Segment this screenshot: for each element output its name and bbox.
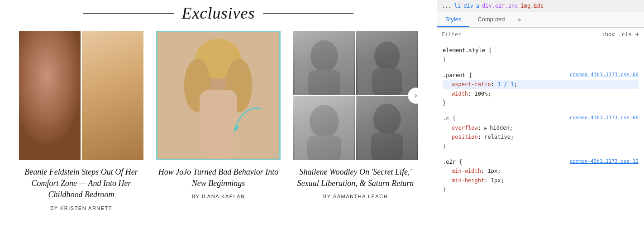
- tab-styles[interactable]: Styles: [437, 12, 469, 27]
- grid-cell-1: [293, 31, 355, 95]
- byline-prefix-1: BY: [50, 205, 60, 211]
- svg-rect-11: [372, 68, 402, 95]
- article-double-image: [19, 31, 143, 160]
- css-val-width: 100%: [475, 91, 488, 97]
- section-title: Exclusives: [182, 4, 255, 23]
- breadcrumb-li[interactable]: li: [454, 3, 461, 9]
- css-prop-overflow-row: overflow: ▶ hidden;: [443, 123, 639, 132]
- tab-more[interactable]: »: [513, 12, 525, 27]
- css-val-aspect-ratio: 1 / 1: [497, 81, 514, 88]
- css-prop-aspect-ratio: aspect-ratio: [443, 81, 491, 88]
- css-prop-min-height-row: min-height: 1px;: [443, 176, 639, 185]
- css-block-parent: .parent { common-43b1…1173.css:66 aspect…: [437, 69, 644, 110]
- image-face-right: [82, 31, 143, 160]
- article-byline-1: BY KRISTEN ARNETT: [50, 205, 112, 211]
- breadcrumb-ellipsis: ...: [442, 3, 452, 9]
- css-prop-overflow: overflow: [443, 125, 478, 131]
- grid-cell-4: [356, 96, 418, 161]
- css-prop-width: width: [443, 91, 468, 97]
- byline-prefix-2: BY: [192, 194, 202, 199]
- css-val-min-height: 1px: [491, 177, 501, 184]
- filter-add[interactable]: +: [635, 30, 639, 39]
- article-title-1[interactable]: Beanie Feldstein Steps Out Of Her Comfor…: [19, 166, 143, 201]
- byline-author-2: ILANA KAPLAN: [202, 194, 245, 199]
- devtools-tabs: Styles Computed »: [437, 12, 644, 28]
- svg-point-10: [374, 41, 400, 71]
- article-byline-3: BY SAMANTHA LEACH: [323, 194, 388, 199]
- breadcrumb-div-ezr[interactable]: div.eZr.znc: [482, 3, 518, 9]
- css-prop-min-width-row: min-width: 1px;: [443, 166, 639, 176]
- svg-rect-6: [295, 31, 354, 95]
- css-close-c: }: [443, 142, 639, 151]
- articles-row: Beanie Feldstein Steps Out Of Her Comfor…: [9, 31, 428, 211]
- svg-rect-8: [308, 70, 340, 95]
- devtools-css-content: element.style { } .parent { common-43b1……: [437, 41, 644, 239]
- css-val-overflow: hidden: [490, 125, 509, 131]
- devtools-panel: ... li div a div.eZr.znc img.Eds Styles …: [437, 0, 644, 239]
- css-prop-min-width: min-width: [443, 168, 481, 174]
- article-card-3: › Shailene Woodley On 'Secret Life,' Sex…: [293, 31, 418, 211]
- css-selector-parent-row: .parent { common-43b1…1173.css:66: [443, 71, 639, 80]
- article-image-left: [19, 31, 81, 160]
- css-arrow-overflow[interactable]: ▶: [484, 126, 490, 131]
- filter-input[interactable]: [442, 31, 602, 38]
- section-title-wrap: Exclusives: [9, 4, 428, 23]
- article-image-1[interactable]: [19, 31, 143, 160]
- devtools-filter-bar: :hov .cls +: [437, 28, 644, 41]
- svg-rect-14: [307, 135, 341, 160]
- filter-cls[interactable]: .cls: [618, 31, 631, 38]
- main-content: Exclusives Beanie Feldstein Steps Out: [0, 0, 437, 239]
- css-close-parent: }: [443, 98, 639, 107]
- breadcrumb-img[interactable]: img.Eds: [521, 3, 544, 9]
- breadcrumb-div[interactable]: div: [463, 3, 473, 9]
- article-grid-image: [293, 31, 418, 160]
- article-title-2[interactable]: How JoJo Turned Bad Behavior Into New Be…: [156, 166, 281, 189]
- svg-rect-5: [200, 90, 237, 159]
- svg-rect-9: [357, 31, 416, 95]
- grid-cell-2: [356, 31, 418, 95]
- filter-hov[interactable]: :hov: [602, 31, 615, 38]
- svg-rect-17: [371, 132, 403, 160]
- css-block-ezr: .eZr { common-43b1…1173.css:12 min-width…: [437, 156, 644, 196]
- tab-computed[interactable]: Computed: [469, 12, 513, 27]
- css-block-c: .c { common-43b1…1173.css:66 overflow: ▶…: [437, 112, 644, 153]
- article-card-1: Beanie Feldstein Steps Out Of Her Comfor…: [19, 31, 143, 211]
- article-title-3[interactable]: Shailene Woodley On 'Secret Life,' Sexua…: [293, 166, 418, 189]
- article-card-2: How JoJo Turned Bad Behavior Into New Be…: [156, 31, 281, 211]
- image-face-left: [19, 31, 81, 160]
- svg-rect-15: [357, 96, 416, 161]
- grid-cell-3: [293, 96, 355, 161]
- byline-author-1: KRISTEN ARNETT: [60, 205, 112, 211]
- css-prop-min-height: min-height: [443, 177, 484, 184]
- article-single-image: [157, 32, 279, 159]
- byline-author-3: SAMANTHA LEACH: [333, 194, 388, 199]
- section-title-line-right: [263, 13, 353, 14]
- css-source-c[interactable]: common-43b1…1173.css:66: [570, 114, 639, 122]
- devtools-breadcrumb: ... li div a div.eZr.znc img.Eds: [437, 0, 644, 12]
- byline-prefix-3: BY: [323, 194, 333, 199]
- css-selector-ezr-row: .eZr { common-43b1…1173.css:12: [443, 157, 639, 166]
- breadcrumb-a[interactable]: a: [476, 3, 479, 9]
- css-val-min-width: 1px: [487, 168, 497, 174]
- articles-container: Beanie Feldstein Steps Out Of Her Comfor…: [9, 31, 428, 211]
- svg-rect-12: [295, 96, 354, 161]
- article-image-right: [82, 31, 143, 160]
- css-selector-c-row: .c { common-43b1…1173.css:66: [443, 114, 639, 123]
- svg-point-16: [373, 103, 401, 135]
- css-close-element-style: }: [443, 55, 639, 64]
- css-prop-width-row: width: 100%;: [443, 89, 639, 98]
- css-selector-element-style: element.style {: [443, 46, 639, 55]
- article-byline-2: BY ILANA KAPLAN: [192, 194, 245, 199]
- css-prop-position-row: position: relative;: [443, 132, 639, 141]
- svg-point-7: [310, 40, 338, 72]
- css-source-ezr[interactable]: common-43b1…1173.css:12: [570, 157, 639, 166]
- css-close-ezr: }: [443, 185, 639, 194]
- article-svg-2: [157, 32, 279, 159]
- css-prop-aspect-ratio-row: aspect-ratio: 1 / 1;: [443, 80, 639, 89]
- css-val-position: relative: [484, 134, 510, 140]
- article-image-3[interactable]: ›: [293, 31, 418, 160]
- css-prop-position: position: [443, 134, 478, 140]
- css-source-parent[interactable]: common-43b1…1173.css:66: [570, 71, 639, 79]
- article-image-2[interactable]: [156, 31, 281, 160]
- svg-point-13: [310, 105, 339, 138]
